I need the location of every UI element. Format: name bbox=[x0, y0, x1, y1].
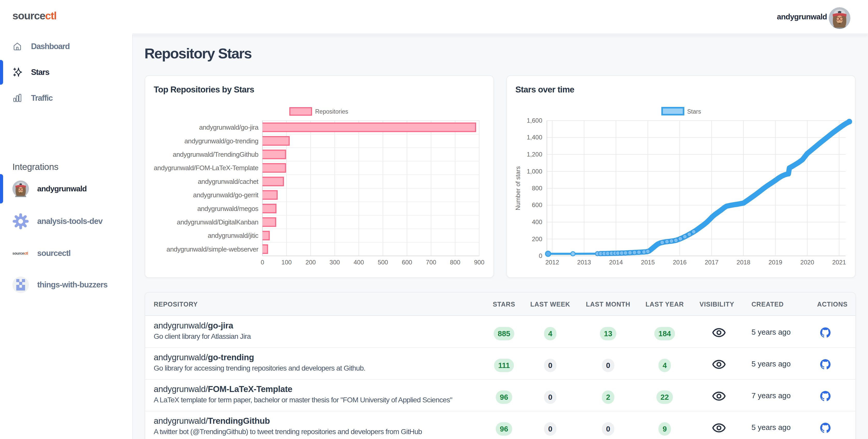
svg-text:0: 0 bbox=[261, 259, 264, 266]
svg-text:1,000: 1,000 bbox=[527, 168, 542, 175]
svg-text:andygrunwald/cachet: andygrunwald/cachet bbox=[198, 178, 259, 185]
svg-text:andygrunwald/megos: andygrunwald/megos bbox=[197, 205, 258, 213]
svg-text:600: 600 bbox=[532, 201, 542, 209]
svg-text:400: 400 bbox=[532, 218, 542, 225]
svg-text:Number of stars: Number of stars bbox=[514, 166, 521, 211]
svg-text:200: 200 bbox=[532, 236, 542, 243]
svg-text:800: 800 bbox=[532, 185, 542, 192]
svg-text:2019: 2019 bbox=[769, 259, 782, 266]
svg-text:0: 0 bbox=[539, 252, 542, 259]
svg-text:700: 700 bbox=[426, 259, 436, 266]
svg-text:andygrunwald/simple-webserver: andygrunwald/simple-webserver bbox=[167, 245, 258, 253]
svg-text:2018: 2018 bbox=[737, 259, 750, 266]
svg-text:sourcectl: sourcectl bbox=[12, 251, 28, 255]
svg-text:andygrunwald/go-jira: andygrunwald/go-jira bbox=[199, 123, 259, 131]
svg-text:andygrunwald/DigitalKanban: andygrunwald/DigitalKanban bbox=[177, 218, 258, 226]
svg-text:2021: 2021 bbox=[832, 259, 846, 266]
svg-text:2013: 2013 bbox=[577, 259, 591, 266]
svg-text:500: 500 bbox=[378, 259, 388, 266]
svg-text:andygrunwald/FOM-LaTeX-Templat: andygrunwald/FOM-LaTeX-Template bbox=[154, 164, 258, 172]
svg-text:600: 600 bbox=[402, 259, 412, 266]
svg-text:400: 400 bbox=[354, 259, 364, 266]
svg-text:100: 100 bbox=[281, 259, 292, 266]
svg-text:2015: 2015 bbox=[641, 259, 655, 266]
svg-text:300: 300 bbox=[330, 259, 340, 266]
svg-text:andygrunwald/TrendingGithub: andygrunwald/TrendingGithub bbox=[173, 151, 258, 158]
svg-text:2016: 2016 bbox=[673, 259, 687, 266]
svg-text:2020: 2020 bbox=[800, 259, 814, 266]
svg-text:andygrunwald/go-gerrit: andygrunwald/go-gerrit bbox=[193, 191, 258, 199]
svg-text:1,400: 1,400 bbox=[527, 134, 542, 141]
svg-text:200: 200 bbox=[305, 259, 316, 266]
svg-text:1,600: 1,600 bbox=[527, 117, 542, 124]
svg-text:1,200: 1,200 bbox=[527, 151, 542, 158]
svg-text:2014: 2014 bbox=[609, 259, 623, 266]
svg-text:Stars: Stars bbox=[687, 108, 701, 115]
svg-text:900: 900 bbox=[474, 259, 485, 266]
svg-text:2012: 2012 bbox=[545, 259, 559, 266]
svg-text:andygrunwald/jitic: andygrunwald/jitic bbox=[208, 232, 258, 240]
svg-text:andygrunwald/go-trending: andygrunwald/go-trending bbox=[184, 137, 258, 145]
svg-text:800: 800 bbox=[450, 259, 460, 266]
svg-text:Repositories: Repositories bbox=[315, 108, 348, 115]
svg-text:2017: 2017 bbox=[705, 259, 718, 266]
